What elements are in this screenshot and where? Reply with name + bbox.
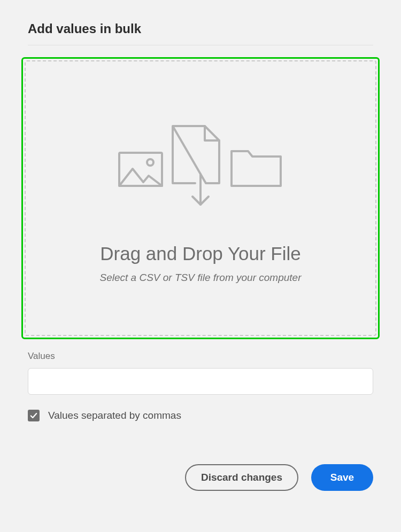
page-title: Add values in bulk [28,21,373,36]
folder-icon [232,151,281,186]
values-label: Values [28,351,373,362]
comma-separated-checkbox[interactable] [28,410,40,421]
image-icon [119,153,162,186]
divider [28,45,373,45]
dropzone-icons [118,123,283,211]
dropzone-headline: Drag and Drop Your File [100,243,301,264]
button-row: Discard changes Save [28,464,373,491]
dropzone-highlight: Drag and Drop Your File Select a CSV or … [21,57,380,339]
check-icon [30,412,37,419]
checkbox-label: Values separated by commas [48,410,181,421]
file-dropzone[interactable]: Drag and Drop Your File Select a CSV or … [25,60,376,336]
dropzone-subtext: Select a CSV or TSV file from your compu… [100,272,302,284]
discard-button[interactable]: Discard changes [185,464,298,491]
save-button[interactable]: Save [311,464,373,491]
checkbox-row: Values separated by commas [28,410,373,421]
svg-point-1 [147,159,153,166]
values-input[interactable] [28,368,373,395]
file-download-icon [173,126,219,205]
